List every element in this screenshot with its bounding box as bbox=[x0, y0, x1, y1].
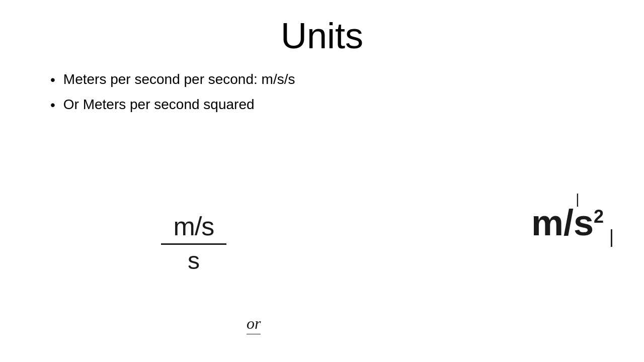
slide-title: Units bbox=[30, 15, 614, 56]
formula-squared: | m/s2 | bbox=[531, 191, 604, 241]
or-label: or bbox=[247, 314, 261, 334]
fraction-numerator: m/s bbox=[174, 211, 214, 241]
bullet-item-1: Meters per second per second: m/s/s bbox=[50, 71, 614, 88]
fraction-denominator: s bbox=[188, 247, 200, 275]
fraction-line bbox=[161, 243, 226, 245]
slide: Units Meters per second per second: m/s/… bbox=[0, 0, 644, 362]
formulas-area: m/s s or | m/s2 | bbox=[0, 191, 644, 362]
formula-fraction: m/s s bbox=[161, 211, 226, 275]
fraction-display: m/s s bbox=[161, 211, 226, 275]
formula-squared-display: m/s2 | bbox=[531, 205, 604, 241]
bullet-item-2: Or Meters per second squared bbox=[50, 97, 614, 114]
bullet-list: Meters per second per second: m/s/s Or M… bbox=[50, 71, 614, 113]
tick-bottom-mark: | bbox=[609, 228, 614, 246]
